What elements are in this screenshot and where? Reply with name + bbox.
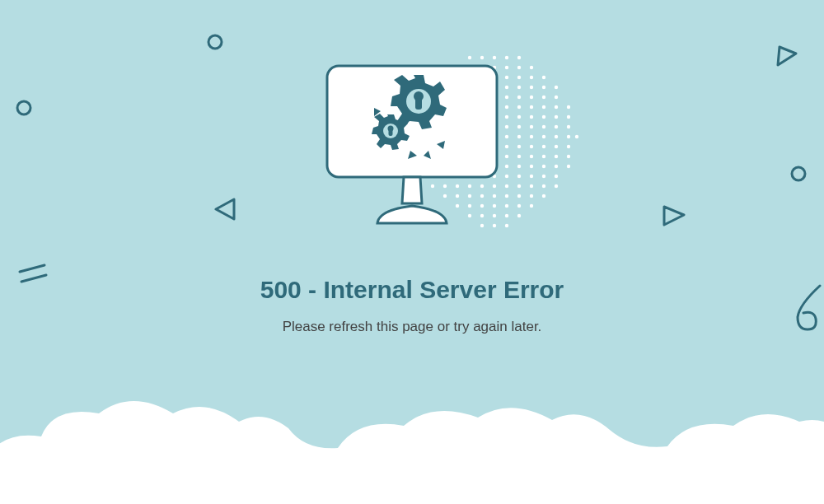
- svg-point-151: [517, 175, 521, 178]
- svg-point-9: [480, 56, 484, 59]
- svg-point-36: [517, 86, 521, 89]
- svg-point-73: [530, 115, 533, 119]
- svg-point-104: [575, 135, 578, 138]
- svg-point-112: [505, 145, 508, 148]
- svg-point-173: [530, 194, 533, 198]
- svg-point-154: [555, 175, 558, 178]
- svg-point-189: [505, 224, 508, 227]
- svg-point-117: [567, 145, 570, 148]
- svg-point-76: [567, 115, 570, 119]
- svg-point-61: [542, 105, 545, 109]
- svg-point-75: [555, 115, 558, 119]
- svg-point-165: [555, 184, 558, 188]
- svg-point-181: [530, 204, 533, 208]
- svg-point-37: [530, 86, 533, 89]
- svg-point-58: [505, 105, 508, 109]
- svg-point-128: [542, 155, 545, 158]
- svg-point-63: [567, 105, 570, 109]
- svg-point-17: [505, 66, 508, 69]
- svg-point-180: [517, 204, 521, 208]
- svg-point-152: [530, 175, 533, 178]
- svg-point-130: [567, 155, 570, 158]
- svg-point-8: [493, 56, 496, 59]
- svg-point-174: [542, 194, 545, 198]
- svg-point-0: [208, 35, 222, 49]
- svg-point-72: [517, 115, 521, 119]
- svg-point-85: [517, 125, 521, 128]
- svg-point-74: [542, 115, 545, 119]
- error-heading: 500 - Internal Server Error: [0, 276, 824, 304]
- svg-point-28: [542, 76, 545, 79]
- svg-point-185: [505, 214, 508, 217]
- svg-point-101: [542, 135, 545, 138]
- monitor-gears-icon: [323, 62, 501, 235]
- svg-point-99: [517, 135, 521, 138]
- svg-point-62: [555, 105, 558, 109]
- svg-rect-193: [415, 98, 422, 110]
- svg-point-18: [517, 66, 521, 69]
- svg-point-125: [505, 155, 508, 158]
- svg-point-86: [530, 125, 533, 128]
- svg-point-87: [542, 125, 545, 128]
- error-message: Please refresh this page or try again la…: [0, 319, 824, 335]
- svg-point-113: [517, 145, 521, 148]
- svg-point-48: [530, 96, 533, 99]
- svg-point-116: [555, 145, 558, 148]
- svg-point-171: [505, 194, 508, 198]
- svg-point-84: [505, 125, 508, 128]
- svg-point-140: [530, 165, 533, 168]
- svg-point-59: [517, 105, 521, 109]
- svg-point-19: [530, 66, 533, 69]
- svg-point-142: [555, 165, 558, 168]
- svg-point-71: [505, 115, 508, 119]
- svg-point-89: [567, 125, 570, 128]
- error-illustration: [247, 62, 577, 243]
- svg-point-164: [542, 184, 545, 188]
- svg-point-103: [567, 135, 570, 138]
- svg-point-100: [530, 135, 533, 138]
- svg-point-38: [542, 86, 545, 89]
- svg-point-163: [530, 184, 533, 188]
- svg-rect-196: [389, 129, 393, 136]
- svg-point-127: [530, 155, 533, 158]
- error-content: 500 - Internal Server Error Please refre…: [0, 62, 824, 335]
- svg-point-115: [542, 145, 545, 148]
- svg-point-143: [567, 165, 570, 168]
- svg-point-39: [555, 86, 558, 89]
- svg-point-26: [517, 76, 521, 79]
- svg-point-12: [517, 56, 521, 59]
- svg-point-139: [517, 165, 521, 168]
- svg-point-161: [505, 184, 508, 188]
- svg-point-172: [517, 194, 521, 198]
- svg-point-60: [530, 105, 533, 109]
- svg-point-153: [542, 175, 545, 178]
- svg-point-129: [555, 155, 558, 158]
- svg-point-138: [505, 165, 508, 168]
- svg-point-186: [517, 214, 521, 217]
- clouds-decoration: [0, 372, 824, 504]
- svg-point-11: [468, 56, 471, 59]
- svg-point-141: [542, 165, 545, 168]
- svg-point-88: [555, 125, 558, 128]
- svg-point-47: [517, 96, 521, 99]
- svg-point-114: [530, 145, 533, 148]
- svg-point-10: [505, 56, 508, 59]
- svg-point-162: [517, 184, 521, 188]
- svg-point-150: [505, 175, 508, 178]
- svg-point-98: [505, 135, 508, 138]
- svg-point-102: [555, 135, 558, 138]
- svg-point-179: [505, 204, 508, 208]
- svg-point-46: [505, 96, 508, 99]
- svg-point-50: [555, 96, 558, 99]
- svg-point-27: [530, 76, 533, 79]
- svg-point-49: [542, 96, 545, 99]
- decoration-circle-top: [206, 33, 224, 51]
- svg-point-35: [505, 86, 508, 89]
- svg-point-126: [517, 155, 521, 158]
- svg-point-25: [505, 76, 508, 79]
